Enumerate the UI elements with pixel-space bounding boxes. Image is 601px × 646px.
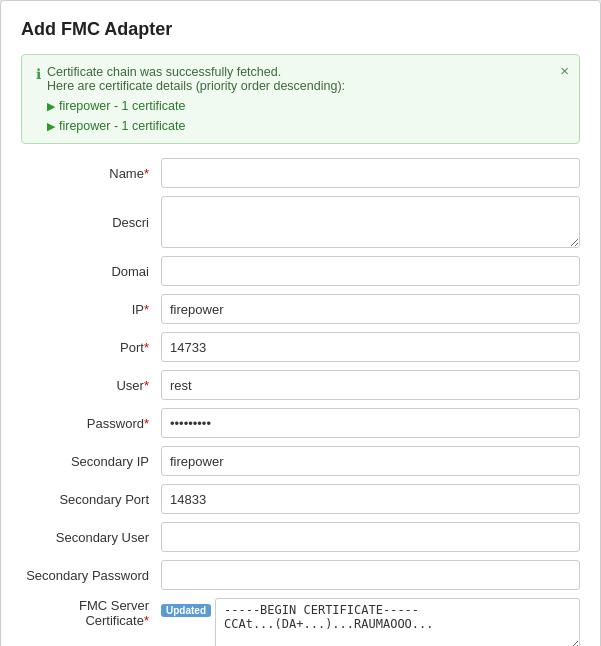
secondary-ip-label: Secondary IP: [21, 454, 161, 469]
description-label: Descri: [21, 215, 161, 230]
domain-row: Domai: [21, 256, 580, 286]
ip-label: IP*: [21, 302, 161, 317]
name-required: *: [144, 166, 149, 181]
password-row: Password*: [21, 408, 580, 438]
dialog-title: Add FMC Adapter: [1, 1, 600, 54]
secondary-port-label: Secondary Port: [21, 492, 161, 507]
secondary-password-row: Secondary Password: [21, 560, 580, 590]
password-label: Password*: [21, 416, 161, 431]
alert-header: ℹ Certificate chain was successfully fet…: [36, 65, 565, 133]
secondary-password-label: Secondary Password: [21, 568, 161, 583]
secondary-password-input[interactable]: [161, 560, 580, 590]
user-label: User*: [21, 378, 161, 393]
port-label: Port*: [21, 340, 161, 355]
user-row: User*: [21, 370, 580, 400]
user-required: *: [144, 378, 149, 393]
alert-line2: Here are certificate details (priority o…: [47, 79, 565, 93]
cert-1-label: firepower - 1 certificate: [59, 99, 185, 113]
secondary-user-input[interactable]: [161, 522, 580, 552]
secondary-ip-row: Secondary IP: [21, 446, 580, 476]
domain-label: Domai: [21, 264, 161, 279]
port-row: Port*: [21, 332, 580, 362]
add-fmc-adapter-dialog: Add FMC Adapter ℹ Certificate chain was …: [0, 0, 601, 646]
certificate-alert: ℹ Certificate chain was successfully fet…: [21, 54, 580, 144]
fmc-cert-required: *: [144, 613, 149, 628]
ip-input[interactable]: [161, 294, 580, 324]
user-input[interactable]: [161, 370, 580, 400]
secondary-ip-input[interactable]: [161, 446, 580, 476]
secondary-port-row: Secondary Port: [21, 484, 580, 514]
cert-area-container: Updated -----BEGIN CERTIFICATE----- CCAt…: [161, 598, 580, 646]
domain-input[interactable]: [161, 256, 580, 286]
port-required: *: [144, 340, 149, 355]
name-input[interactable]: [161, 158, 580, 188]
updated-badge: Updated: [161, 604, 211, 617]
fmc-cert-row: FMC Server Certificate* Updated -----BEG…: [21, 598, 580, 646]
ip-row: IP*: [21, 294, 580, 324]
alert-close-button[interactable]: ×: [560, 63, 569, 78]
cert-2-label: firepower - 1 certificate: [59, 119, 185, 133]
password-required: *: [144, 416, 149, 431]
dialog-body: ℹ Certificate chain was successfully fet…: [1, 54, 600, 646]
secondary-user-label: Secondary User: [21, 530, 161, 545]
chevron-right-icon-1: ▶: [47, 100, 55, 113]
description-input[interactable]: [161, 196, 580, 248]
ip-required: *: [144, 302, 149, 317]
name-row: Name*: [21, 158, 580, 188]
secondary-user-row: Secondary User: [21, 522, 580, 552]
fmc-cert-textarea[interactable]: -----BEGIN CERTIFICATE----- CCAt...(DA+.…: [215, 598, 580, 646]
chevron-right-icon-2: ▶: [47, 120, 55, 133]
description-row: Descri: [21, 196, 580, 248]
cert-item-2[interactable]: ▶ firepower - 1 certificate: [47, 119, 565, 133]
alert-line1: Certificate chain was successfully fetch…: [47, 65, 565, 79]
secondary-port-input[interactable]: [161, 484, 580, 514]
port-input[interactable]: [161, 332, 580, 362]
alert-text: Certificate chain was successfully fetch…: [47, 65, 565, 133]
fmc-cert-label: FMC Server Certificate*: [21, 598, 161, 628]
password-input[interactable]: [161, 408, 580, 438]
name-label: Name*: [21, 166, 161, 181]
info-icon: ℹ: [36, 66, 41, 82]
cert-item-1[interactable]: ▶ firepower - 1 certificate: [47, 99, 565, 113]
